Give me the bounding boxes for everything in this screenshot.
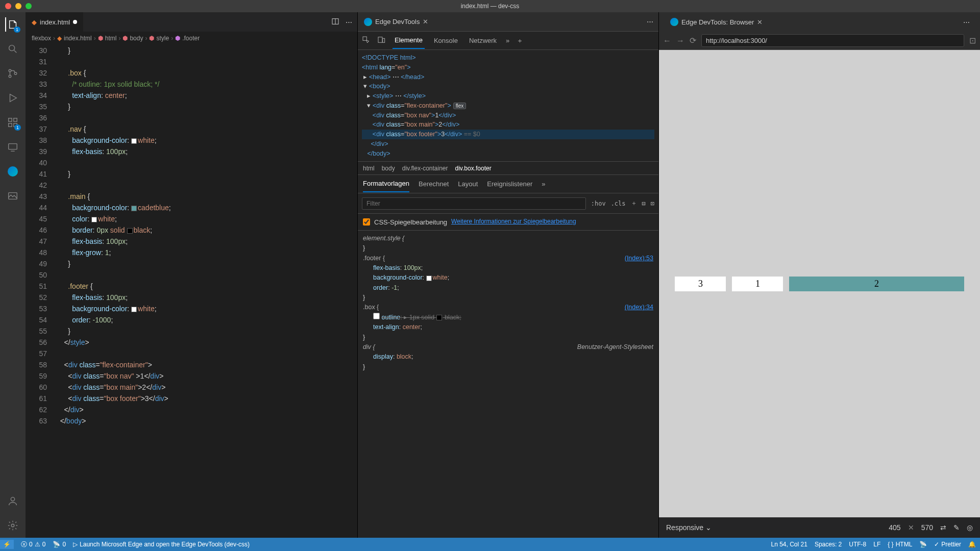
breadcrumb[interactable]: flexbox› ◆index.html› ⬢html› ⬢body› ⬢sty…: [26, 32, 357, 45]
devtools-panel: Edge DevTools ✕ ⋯ Elemente Konsole Netzw…: [357, 12, 658, 538]
svg-point-0: [9, 45, 15, 51]
editor-tab[interactable]: ◆ index.html: [26, 12, 84, 32]
add-tab-icon[interactable]: ＋: [517, 36, 523, 45]
viewport-height[interactable]: 570: [921, 523, 933, 532]
modified-indicator: [73, 20, 77, 24]
inspect-icon[interactable]: [362, 36, 370, 45]
svg-point-2: [9, 75, 11, 78]
window-title: index.html — dev-css: [461, 3, 520, 10]
search-icon[interactable]: [6, 42, 20, 56]
svg-point-10: [11, 497, 14, 501]
browser-nav: ← → ⟳ ⊡: [659, 32, 980, 50]
dim-separator: ✕: [908, 523, 914, 532]
minimize-window[interactable]: [15, 3, 21, 9]
problems-status[interactable]: ⓧ 0 ⚠ 0: [21, 540, 45, 549]
language-mode[interactable]: { } HTML: [888, 541, 912, 548]
statusbar: ⚡ ⓧ 0 ⚠ 0 📡 0 ▷ Launch Microsoft Edge an…: [0, 538, 980, 551]
close-window[interactable]: [5, 3, 11, 9]
device-toggle-icon[interactable]: [377, 36, 385, 45]
viewport-width[interactable]: 405: [889, 523, 900, 532]
devtools-more-icon[interactable]: ⋯: [647, 18, 658, 26]
svg-rect-5: [14, 118, 17, 121]
forward-icon[interactable]: →: [676, 36, 684, 45]
styles-tab[interactable]: Formatvorlagen: [363, 176, 409, 192]
image-icon[interactable]: [6, 189, 20, 203]
browser-panel: Edge DevTools: Browser ✕ ⋯ ← → ⟳ ⊡ 3 1 2…: [658, 12, 980, 538]
devtools-tab[interactable]: Edge DevTools ✕: [358, 12, 434, 31]
reload-icon[interactable]: ⟳: [690, 36, 696, 45]
dom-breadcrumb[interactable]: html body div.flex-container div.box.foo…: [358, 162, 658, 175]
eol[interactable]: LF: [873, 541, 880, 548]
edge-logo-icon: [364, 18, 372, 26]
notifications-icon[interactable]: 🔔: [968, 541, 976, 548]
remote-indicator[interactable]: ⚡: [0, 540, 14, 549]
svg-point-1: [9, 69, 11, 72]
dom-tree[interactable]: <!DOCTYPE html><html lang="en"> ▸ <head>…: [358, 50, 658, 162]
cursor-position[interactable]: Ln 54, Col 21: [771, 541, 807, 548]
styles-filter-input[interactable]: [362, 197, 586, 210]
rendering-icon[interactable]: ⊡: [651, 200, 654, 207]
launch-task[interactable]: ▷ Launch Microsoft Edge and open the Edg…: [73, 541, 250, 548]
svg-rect-8: [9, 144, 17, 149]
extensions-badge: 1: [14, 124, 21, 131]
preview-box-nav: 1: [732, 277, 783, 291]
devtools-toolbar: Elemente Konsole Netzwerk » ＋: [358, 32, 658, 50]
device-more-icon[interactable]: ◎: [967, 523, 973, 532]
device-settings-icon[interactable]: ✎: [953, 523, 960, 532]
layout-tab[interactable]: Layout: [458, 176, 478, 192]
preview-box-footer: 3: [675, 277, 726, 291]
source-control-icon[interactable]: [6, 66, 20, 81]
close-tab-icon[interactable]: ✕: [757, 18, 763, 26]
screenshot-icon[interactable]: ⊡: [969, 36, 976, 45]
maximize-window[interactable]: [26, 3, 32, 9]
browser-more-icon[interactable]: ⋯: [963, 18, 975, 26]
close-tab-icon[interactable]: ✕: [423, 18, 428, 26]
browser-tab[interactable]: Edge DevTools: Browser ✕: [664, 12, 769, 32]
computed-tab[interactable]: Berechnet: [419, 176, 449, 192]
styles-tabs: Formatvorlagen Berechnet Layout Ereignis…: [358, 175, 658, 193]
run-debug-icon[interactable]: [6, 91, 20, 105]
code-editor[interactable]: 3031323334353637383940414243444546474849…: [26, 45, 357, 538]
split-editor-icon[interactable]: [331, 17, 339, 27]
account-icon[interactable]: [6, 494, 20, 508]
hov-toggle[interactable]: :hov: [591, 200, 606, 207]
editor-panel: ◆ index.html ⋯ flexbox› ◆index.html› ⬢ht…: [26, 12, 357, 538]
traffic-lights: [0, 3, 32, 9]
prettier-status[interactable]: ✓ Prettier: [934, 541, 961, 548]
preview-box-main: 2: [789, 277, 964, 291]
elements-tab[interactable]: Elemente: [393, 32, 425, 49]
encoding[interactable]: UTF-8: [849, 541, 866, 548]
ports-status[interactable]: 📡 0: [53, 541, 66, 548]
explorer-icon[interactable]: 1: [5, 17, 19, 32]
computed-sidebar-icon[interactable]: ⊟: [642, 200, 646, 207]
css-mirror-link[interactable]: Weitere Informationen zur Spiegelbearbei…: [451, 218, 576, 226]
rotate-icon[interactable]: ⇄: [940, 523, 946, 532]
network-tab[interactable]: Netzwerk: [467, 33, 499, 48]
settings-icon[interactable]: [6, 518, 20, 533]
url-input[interactable]: [701, 34, 964, 47]
styles-filter-row: :hov .cls ＋ ⊟ ⊡: [358, 193, 658, 214]
edge-logo-icon: [670, 18, 678, 26]
browser-viewport: 3 1 2: [659, 50, 980, 517]
console-tab[interactable]: Konsole: [432, 33, 460, 48]
indentation[interactable]: Spaces: 2: [815, 541, 842, 548]
new-rule-icon[interactable]: ＋: [631, 199, 637, 208]
extensions-icon[interactable]: 1: [6, 115, 20, 130]
more-actions-icon[interactable]: ⋯: [346, 18, 352, 26]
device-select[interactable]: Responsive ⌄: [666, 523, 712, 532]
explorer-badge: 1: [14, 27, 20, 33]
more-tabs-icon[interactable]: »: [506, 37, 509, 44]
remote-icon[interactable]: [6, 140, 20, 154]
more-styles-tabs-icon[interactable]: »: [542, 176, 545, 192]
svg-rect-6: [9, 123, 12, 127]
css-mirror-checkbox[interactable]: [363, 218, 370, 226]
edge-icon[interactable]: [6, 164, 20, 179]
styles-rules[interactable]: element.style {}.footer {(Index):53flex-…: [358, 231, 658, 538]
back-icon[interactable]: ←: [663, 36, 671, 45]
cls-toggle[interactable]: .cls: [611, 200, 626, 207]
go-live[interactable]: 📡: [919, 541, 927, 548]
css-mirror-row: CSS-Spiegelbearbeitung Weitere Informati…: [358, 214, 658, 231]
flex-preview: 3 1 2: [675, 277, 964, 291]
listeners-tab[interactable]: Ereignislistener: [487, 176, 532, 192]
activity-bar: 1 1: [0, 12, 26, 538]
